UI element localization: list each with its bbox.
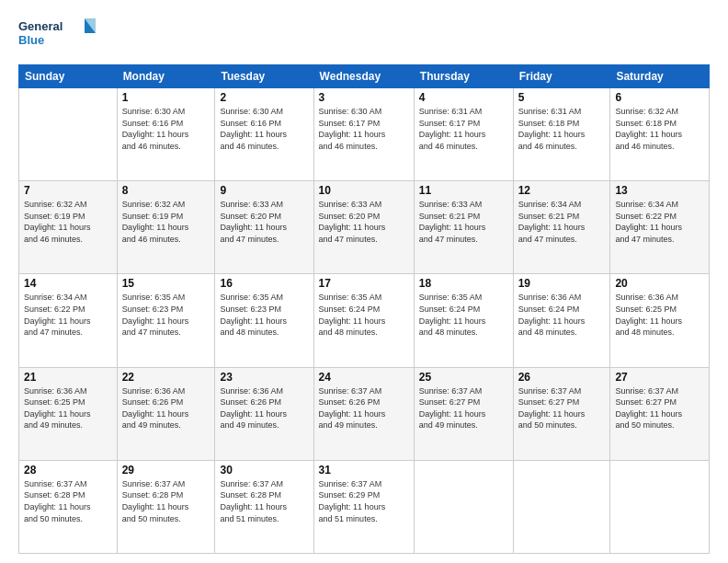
day-number: 24 [319,371,409,384]
day-info: Sunrise: 6:37 AM Sunset: 6:28 PM Dayligh… [220,478,308,524]
day-number: 7 [24,184,112,197]
calendar-cell: 4Sunrise: 6:31 AM Sunset: 6:17 PM Daylig… [414,88,513,181]
calendar-cell [610,460,710,553]
calendar-cell: 12Sunrise: 6:34 AM Sunset: 6:21 PM Dayli… [513,181,610,274]
day-number: 17 [319,277,409,290]
weekday-header-thursday: Thursday [414,65,513,88]
calendar-cell: 13Sunrise: 6:34 AM Sunset: 6:22 PM Dayli… [610,181,710,274]
calendar-cell [414,460,513,553]
day-number: 15 [122,277,210,290]
day-number: 3 [319,91,409,104]
calendar-cell: 23Sunrise: 6:36 AM Sunset: 6:26 PM Dayli… [215,367,313,460]
day-number: 21 [24,371,112,384]
calendar-cell: 31Sunrise: 6:37 AM Sunset: 6:29 PM Dayli… [313,460,414,553]
day-info: Sunrise: 6:31 AM Sunset: 6:17 PM Dayligh… [419,106,508,152]
day-info: Sunrise: 6:33 AM Sunset: 6:21 PM Dayligh… [419,199,508,245]
day-number: 13 [615,184,704,197]
day-info: Sunrise: 6:33 AM Sunset: 6:20 PM Dayligh… [220,199,308,245]
header: General Blue [18,17,710,55]
day-info: Sunrise: 6:36 AM Sunset: 6:25 PM Dayligh… [24,385,112,431]
week-row-2: 14Sunrise: 6:34 AM Sunset: 6:22 PM Dayli… [19,274,710,367]
day-info: Sunrise: 6:37 AM Sunset: 6:28 PM Dayligh… [24,478,112,524]
calendar-cell: 17Sunrise: 6:35 AM Sunset: 6:24 PM Dayli… [313,274,414,367]
day-info: Sunrise: 6:35 AM Sunset: 6:23 PM Dayligh… [220,292,308,338]
day-number: 12 [518,184,606,197]
day-number: 22 [122,371,210,384]
day-info: Sunrise: 6:32 AM Sunset: 6:19 PM Dayligh… [24,199,112,245]
week-row-0: 1Sunrise: 6:30 AM Sunset: 6:16 PM Daylig… [19,88,710,181]
day-info: Sunrise: 6:35 AM Sunset: 6:24 PM Dayligh… [419,292,508,338]
calendar-cell: 9Sunrise: 6:33 AM Sunset: 6:20 PM Daylig… [215,181,313,274]
weekday-header-row: SundayMondayTuesdayWednesdayThursdayFrid… [19,65,710,88]
svg-text:Blue: Blue [18,33,44,47]
calendar-cell: 20Sunrise: 6:36 AM Sunset: 6:25 PM Dayli… [610,274,710,367]
day-info: Sunrise: 6:34 AM Sunset: 6:21 PM Dayligh… [518,199,606,245]
day-number: 28 [24,464,112,477]
day-number: 20 [615,277,704,290]
calendar-cell: 6Sunrise: 6:32 AM Sunset: 6:18 PM Daylig… [610,88,710,181]
day-number: 5 [518,91,606,104]
day-info: Sunrise: 6:36 AM Sunset: 6:24 PM Dayligh… [518,292,606,338]
week-row-4: 28Sunrise: 6:37 AM Sunset: 6:28 PM Dayli… [19,460,710,553]
weekday-header-tuesday: Tuesday [215,65,313,88]
day-info: Sunrise: 6:37 AM Sunset: 6:26 PM Dayligh… [319,385,409,431]
page: General Blue SundayMondayTuesdayWednesda… [0,0,728,563]
calendar-cell: 29Sunrise: 6:37 AM Sunset: 6:28 PM Dayli… [117,460,215,553]
calendar-cell: 24Sunrise: 6:37 AM Sunset: 6:26 PM Dayli… [313,367,414,460]
calendar-cell: 26Sunrise: 6:37 AM Sunset: 6:27 PM Dayli… [513,367,610,460]
day-number: 14 [24,277,112,290]
day-number: 4 [419,91,508,104]
day-info: Sunrise: 6:31 AM Sunset: 6:18 PM Dayligh… [518,106,606,152]
day-info: Sunrise: 6:36 AM Sunset: 6:25 PM Dayligh… [615,292,704,338]
logo: General Blue [18,17,101,55]
calendar-cell: 25Sunrise: 6:37 AM Sunset: 6:27 PM Dayli… [414,367,513,460]
day-number: 8 [122,184,210,197]
day-info: Sunrise: 6:37 AM Sunset: 6:27 PM Dayligh… [419,385,508,431]
day-number: 25 [419,371,508,384]
calendar-cell [513,460,610,553]
day-number: 2 [220,91,308,104]
calendar-cell: 8Sunrise: 6:32 AM Sunset: 6:19 PM Daylig… [117,181,215,274]
calendar-cell [19,88,118,181]
day-number: 18 [419,277,508,290]
day-info: Sunrise: 6:30 AM Sunset: 6:16 PM Dayligh… [122,106,210,152]
day-number: 31 [319,464,409,477]
day-number: 23 [220,371,308,384]
day-number: 29 [122,464,210,477]
day-number: 16 [220,277,308,290]
calendar-cell: 16Sunrise: 6:35 AM Sunset: 6:23 PM Dayli… [215,274,313,367]
day-info: Sunrise: 6:35 AM Sunset: 6:23 PM Dayligh… [122,292,210,338]
calendar-cell: 3Sunrise: 6:30 AM Sunset: 6:17 PM Daylig… [313,88,414,181]
day-info: Sunrise: 6:30 AM Sunset: 6:17 PM Dayligh… [319,106,409,152]
calendar-cell: 21Sunrise: 6:36 AM Sunset: 6:25 PM Dayli… [19,367,118,460]
day-info: Sunrise: 6:32 AM Sunset: 6:19 PM Dayligh… [122,199,210,245]
calendar-cell: 2Sunrise: 6:30 AM Sunset: 6:16 PM Daylig… [215,88,313,181]
day-info: Sunrise: 6:30 AM Sunset: 6:16 PM Dayligh… [220,106,308,152]
calendar-cell: 18Sunrise: 6:35 AM Sunset: 6:24 PM Dayli… [414,274,513,367]
weekday-header-saturday: Saturday [610,65,710,88]
day-info: Sunrise: 6:36 AM Sunset: 6:26 PM Dayligh… [220,385,308,431]
weekday-header-wednesday: Wednesday [313,65,414,88]
day-info: Sunrise: 6:37 AM Sunset: 6:27 PM Dayligh… [615,385,704,431]
day-info: Sunrise: 6:36 AM Sunset: 6:26 PM Dayligh… [122,385,210,431]
calendar-cell: 22Sunrise: 6:36 AM Sunset: 6:26 PM Dayli… [117,367,215,460]
calendar-cell: 11Sunrise: 6:33 AM Sunset: 6:21 PM Dayli… [414,181,513,274]
weekday-header-friday: Friday [513,65,610,88]
day-info: Sunrise: 6:33 AM Sunset: 6:20 PM Dayligh… [319,199,409,245]
day-info: Sunrise: 6:35 AM Sunset: 6:24 PM Dayligh… [319,292,409,338]
day-info: Sunrise: 6:34 AM Sunset: 6:22 PM Dayligh… [24,292,112,338]
calendar-cell: 1Sunrise: 6:30 AM Sunset: 6:16 PM Daylig… [117,88,215,181]
week-row-3: 21Sunrise: 6:36 AM Sunset: 6:25 PM Dayli… [19,367,710,460]
weekday-header-monday: Monday [117,65,215,88]
calendar-cell: 7Sunrise: 6:32 AM Sunset: 6:19 PM Daylig… [19,181,118,274]
day-info: Sunrise: 6:37 AM Sunset: 6:29 PM Dayligh… [319,478,409,524]
calendar-table: SundayMondayTuesdayWednesdayThursdayFrid… [18,64,710,554]
calendar-cell: 30Sunrise: 6:37 AM Sunset: 6:28 PM Dayli… [215,460,313,553]
day-info: Sunrise: 6:32 AM Sunset: 6:18 PM Dayligh… [615,106,704,152]
calendar-cell: 10Sunrise: 6:33 AM Sunset: 6:20 PM Dayli… [313,181,414,274]
svg-text:General: General [18,19,63,33]
calendar-cell: 5Sunrise: 6:31 AM Sunset: 6:18 PM Daylig… [513,88,610,181]
day-number: 30 [220,464,308,477]
day-number: 19 [518,277,606,290]
calendar-cell: 15Sunrise: 6:35 AM Sunset: 6:23 PM Dayli… [117,274,215,367]
